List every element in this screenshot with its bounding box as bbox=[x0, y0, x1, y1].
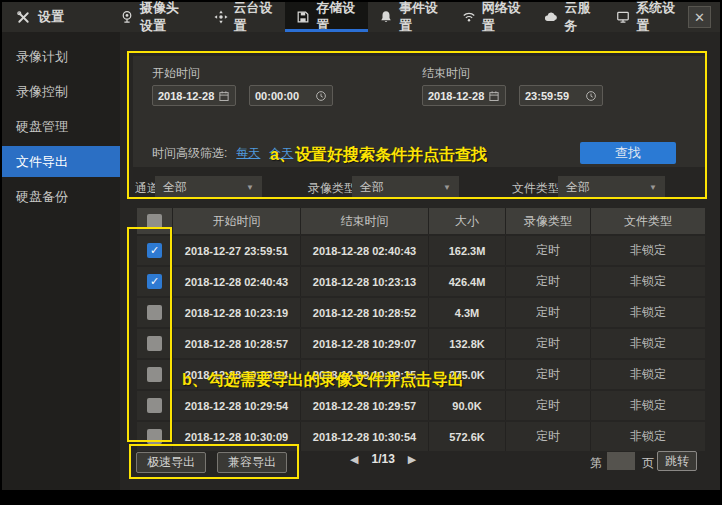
page-indicator: 1/13 bbox=[371, 452, 394, 466]
tab-network-settings[interactable]: 网络设置 bbox=[451, 2, 534, 32]
channel-dropdown[interactable]: 全部 ▼ bbox=[155, 176, 262, 198]
sidebar-item-record-control[interactable]: 录像控制 bbox=[2, 76, 120, 107]
file-export-panel: 开始时间 结束时间 2018-12-28 00:00:00 bbox=[120, 32, 720, 490]
col-file-type: 文件类型 bbox=[590, 208, 705, 234]
tab-label: 云台设置 bbox=[234, 0, 275, 35]
tab-label: 系统设置 bbox=[636, 0, 677, 35]
compatible-export-button[interactable]: 兼容导出 bbox=[217, 452, 287, 473]
tab-event-settings[interactable]: 事件设置 bbox=[368, 2, 451, 32]
end-time-label: 结束时间 bbox=[422, 65, 470, 82]
end-date-field[interactable]: 2018-12-28 bbox=[422, 85, 506, 106]
sidebar-item-file-export[interactable]: 文件导出 bbox=[2, 146, 120, 177]
brand-label: 设置 bbox=[38, 8, 64, 26]
tab-storage-settings[interactable]: 存储设置 bbox=[285, 2, 368, 32]
table-row: 2018-12-28 10:30:09 2018-12-28 10:30:54 … bbox=[137, 422, 705, 451]
tab-label: 摄像头设置 bbox=[140, 0, 192, 35]
record-type-value: 全部 bbox=[360, 179, 384, 196]
select-all-checkbox[interactable] bbox=[147, 214, 162, 229]
tab-cloud-service[interactable]: 云服务 bbox=[533, 2, 605, 32]
chevron-down-icon: ▼ bbox=[246, 183, 254, 192]
end-clock-field[interactable]: 23:59:59 bbox=[519, 85, 603, 106]
tab-label: 存储设置 bbox=[316, 0, 357, 35]
col-record-type: 录像类型 bbox=[505, 208, 590, 234]
start-date-field[interactable]: 2018-12-28 bbox=[152, 85, 236, 106]
fast-export-button[interactable]: 极速导出 bbox=[136, 452, 206, 473]
next-page-icon[interactable]: ▶ bbox=[408, 453, 416, 466]
cell-start: 2018-12-28 10:29:54 bbox=[172, 391, 300, 420]
cell-size: 90.0K bbox=[428, 391, 505, 420]
pagination: ◀ 1/13 ▶ bbox=[350, 452, 416, 466]
page-number-input[interactable] bbox=[607, 452, 635, 470]
cell-end: 2018-12-28 10:29:07 bbox=[300, 329, 428, 358]
cell-start: 2018-12-28 10:30:09 bbox=[172, 422, 300, 451]
start-time-label: 开始时间 bbox=[152, 65, 200, 82]
sidebar: 录像计划 录像控制 硬盘管理 文件导出 硬盘备份 bbox=[2, 32, 120, 490]
clock-icon bbox=[315, 90, 327, 102]
cell-file-type: 非锁定 bbox=[590, 298, 705, 327]
table-row: 2018-12-28 10:29:54 2018-12-28 10:29:57 … bbox=[137, 391, 705, 420]
cell-end: 2018-12-28 10:29:57 bbox=[300, 391, 428, 420]
tab-system-settings[interactable]: 系统设置 bbox=[605, 2, 688, 32]
tab-ptz-settings[interactable]: 云台设置 bbox=[203, 2, 286, 32]
end-date-value: 2018-12-28 bbox=[428, 90, 484, 102]
row-checkbox[interactable] bbox=[147, 367, 162, 382]
cell-record-type: 定时 bbox=[505, 236, 590, 265]
sidebar-item-record-plan[interactable]: 录像计划 bbox=[2, 41, 120, 72]
tab-camera-settings[interactable]: 摄像头设置 bbox=[109, 2, 203, 32]
window-body: 录像计划 录像控制 硬盘管理 文件导出 硬盘备份 开始时间 结束时间 2018-… bbox=[2, 32, 720, 490]
recordings-table: 开始时间 结束时间 大小 录像类型 文件类型 2018-12-27 23:59:… bbox=[137, 208, 705, 451]
start-clock-field[interactable]: 00:00:00 bbox=[249, 85, 333, 106]
clock-icon bbox=[585, 90, 597, 102]
search-button[interactable]: 查找 bbox=[580, 142, 676, 164]
start-date-value: 2018-12-28 bbox=[158, 90, 214, 102]
cell-size: 572.6K bbox=[428, 422, 505, 451]
col-size: 大小 bbox=[428, 208, 505, 234]
advanced-filter-label: 时间高级筛选: bbox=[152, 145, 227, 162]
settings-tabs: 摄像头设置 云台设置 存储设置 bbox=[109, 2, 688, 32]
calendar-icon bbox=[488, 90, 500, 102]
cell-record-type: 定时 bbox=[505, 391, 590, 420]
cell-record-type: 定时 bbox=[505, 422, 590, 451]
cell-end: 2018-12-28 10:23:13 bbox=[300, 267, 428, 296]
cell-end: 2018-12-28 10:30:54 bbox=[300, 422, 428, 451]
record-type-dropdown[interactable]: 全部 ▼ bbox=[352, 176, 459, 198]
cell-file-type: 非锁定 bbox=[590, 422, 705, 451]
table-row: 2018-12-27 23:59:51 2018-12-28 02:40:43 … bbox=[137, 236, 705, 265]
record-type-label: 录像类型 bbox=[308, 180, 356, 197]
close-icon: ✕ bbox=[694, 10, 705, 25]
jump-button[interactable]: 跳转 bbox=[657, 451, 697, 471]
row-checkbox[interactable] bbox=[147, 398, 162, 413]
settings-window: 设置 摄像头设置 云台设置 bbox=[2, 2, 720, 490]
sidebar-item-hdd-management[interactable]: 硬盘管理 bbox=[2, 111, 120, 142]
sidebar-item-hdd-backup[interactable]: 硬盘备份 bbox=[2, 181, 120, 212]
prev-page-icon[interactable]: ◀ bbox=[350, 453, 358, 466]
wifi-icon bbox=[462, 10, 476, 24]
cell-file-type: 非锁定 bbox=[590, 267, 705, 296]
cell-end: 2018-12-28 10:28:52 bbox=[300, 298, 428, 327]
table-row: 2018-12-28 10:23:19 2018-12-28 10:28:52 … bbox=[137, 298, 705, 327]
start-clock-value: 00:00:00 bbox=[255, 90, 299, 102]
cell-file-type: 非锁定 bbox=[590, 236, 705, 265]
jump-prefix-label: 第 bbox=[590, 455, 602, 472]
everyday-link[interactable]: 每天 bbox=[236, 145, 260, 162]
screen: 设置 摄像头设置 云台设置 bbox=[0, 0, 722, 505]
row-checkbox[interactable] bbox=[147, 274, 162, 289]
row-checkbox[interactable] bbox=[147, 336, 162, 351]
cell-size: 162.3M bbox=[428, 236, 505, 265]
top-bar: 设置 摄像头设置 云台设置 bbox=[2, 2, 720, 32]
row-checkbox[interactable] bbox=[147, 243, 162, 258]
jump-suffix-label: 页 bbox=[642, 455, 654, 472]
chevron-down-icon: ▼ bbox=[649, 183, 657, 192]
ptz-icon bbox=[214, 10, 228, 24]
cell-size: 4.3M bbox=[428, 298, 505, 327]
storage-icon bbox=[296, 10, 310, 24]
row-checkbox[interactable] bbox=[147, 305, 162, 320]
close-button[interactable]: ✕ bbox=[688, 6, 711, 28]
file-type-dropdown[interactable]: 全部 ▼ bbox=[558, 176, 665, 198]
chevron-down-icon: ▼ bbox=[443, 183, 451, 192]
cell-file-type: 非锁定 bbox=[590, 360, 705, 389]
row-checkbox[interactable] bbox=[147, 429, 162, 444]
cell-start: 2018-12-27 23:59:51 bbox=[172, 236, 300, 265]
cell-record-type: 定时 bbox=[505, 298, 590, 327]
col-start-time: 开始时间 bbox=[172, 208, 300, 234]
